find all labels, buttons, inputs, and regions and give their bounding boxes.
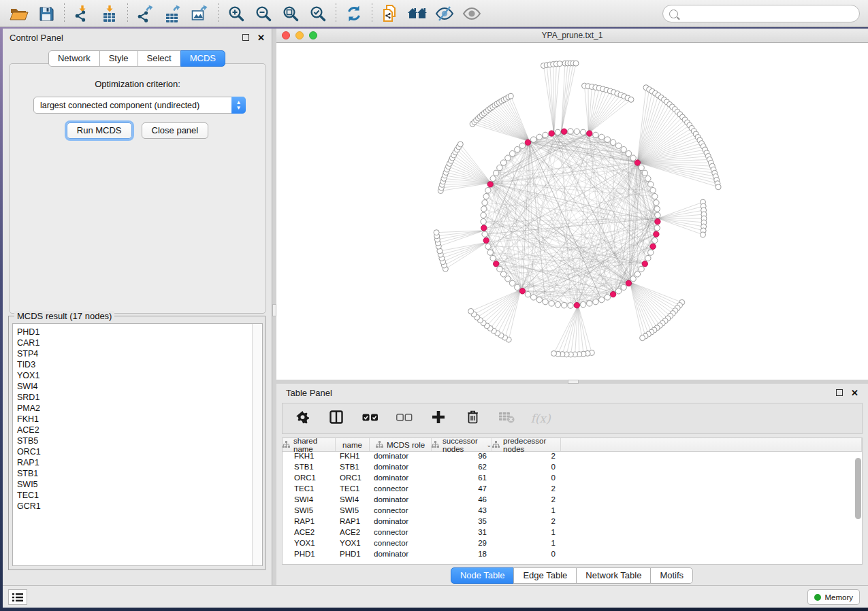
table-tab-network-table[interactable]: Network Table [576, 567, 651, 584]
export-table-button[interactable] [159, 2, 187, 25]
result-node[interactable]: PHD1 [17, 327, 262, 337]
box-pair-icon [396, 412, 413, 425]
result-scrollbar[interactable] [252, 324, 261, 565]
network-canvas[interactable] [276, 43, 868, 379]
node-table[interactable]: shared namenameMCDS rolesuccessor nodes⌄… [282, 437, 863, 565]
tab-select[interactable]: Select [138, 50, 181, 67]
import-table-button[interactable] [96, 2, 123, 25]
table-tab-motifs[interactable]: Motifs [650, 567, 693, 584]
table-row[interactable]: ACE2ACE2connector311 [283, 528, 862, 539]
table-row[interactable]: TEC1TEC1connector472 [283, 484, 862, 495]
zoom-in-button[interactable] [223, 2, 250, 25]
table-row[interactable]: SWI5SWI5connector431 [283, 506, 862, 517]
table-float-icon[interactable] [836, 389, 843, 396]
delete-column-button[interactable] [464, 410, 481, 427]
column-header-name[interactable]: name [336, 438, 370, 451]
table-tab-edge-table[interactable]: Edge Table [513, 567, 577, 584]
memory-button[interactable]: Memory [807, 589, 860, 605]
zoom-out-button[interactable] [250, 2, 277, 25]
table-row[interactable]: STB1STB1dominator620 [283, 463, 862, 474]
result-node[interactable]: YOX1 [17, 370, 262, 381]
show-columns-button[interactable] [327, 410, 345, 427]
cell-MCDS-role: dominator [370, 463, 432, 474]
cell-successor-nodes: 31 [432, 528, 492, 539]
list-icon [12, 593, 23, 602]
column-header-filler [561, 438, 862, 451]
table-row[interactable]: YOX1YOX1connector291 [283, 539, 862, 550]
close-panel-button[interactable]: Close panel [142, 122, 209, 139]
select-all-button[interactable] [361, 410, 379, 427]
network-titlebar[interactable]: YPA_prune.txt_1 [276, 29, 868, 43]
cell-predecessor-nodes: 0 [492, 474, 561, 484]
table-row[interactable]: PHD1PHD1dominator180 [283, 550, 862, 561]
import-network-button[interactable] [69, 2, 96, 25]
result-node[interactable]: SWI5 [17, 479, 262, 490]
column-header-predecessor-nodes[interactable]: predecessor nodes [492, 438, 561, 451]
column-label: predecessor nodes [503, 437, 560, 453]
result-node[interactable]: TID3 [17, 359, 262, 370]
tab-network[interactable]: Network [48, 50, 100, 67]
result-node[interactable]: CAR1 [17, 337, 262, 348]
zoom-fit-button[interactable] [277, 2, 304, 25]
result-node[interactable]: FKH1 [17, 414, 262, 425]
memory-label: Memory [824, 593, 853, 601]
result-node[interactable]: STP4 [17, 348, 262, 359]
mcds-result-list[interactable]: PHD1CAR1STP4TID3YOX1SWI4SRD1PMA2FKH1ACE2… [12, 323, 263, 566]
result-node[interactable]: TEC1 [17, 490, 262, 501]
show-graphics-details-button[interactable] [458, 2, 485, 25]
result-node[interactable]: SRD1 [17, 392, 262, 403]
table-options-button[interactable] [293, 410, 311, 427]
import-network-icon [74, 5, 91, 22]
tab-mcds[interactable]: MCDS [180, 50, 225, 67]
float-panel-icon[interactable] [242, 34, 249, 41]
status-bar: Memory [3, 585, 868, 608]
cell-predecessor-nodes: 2 [492, 517, 561, 528]
trash-icon [467, 410, 479, 427]
result-node[interactable]: STB1 [17, 468, 262, 479]
optimization-dropdown[interactable]: largest connected component (undirected)… [33, 97, 246, 114]
add-column-button[interactable] [430, 410, 447, 427]
result-node[interactable]: STB5 [17, 435, 262, 446]
search-field[interactable] [662, 5, 860, 22]
run-mcds-button[interactable]: Run MCDS [67, 122, 132, 139]
table-tab-node-table[interactable]: Node Table [451, 567, 515, 584]
result-node[interactable]: ORC1 [17, 446, 262, 457]
cell-name: ACE2 [336, 528, 370, 539]
cell-predecessor-nodes: 2 [492, 495, 561, 506]
table-row[interactable]: SWI4SWI4dominator462 [283, 495, 862, 506]
open-ndex-button[interactable] [404, 2, 431, 25]
result-node[interactable]: GCR1 [17, 501, 262, 512]
result-node[interactable]: SWI4 [17, 381, 262, 392]
hide-graphics-details-button[interactable] [431, 2, 458, 25]
deselect-all-button[interactable] [396, 410, 413, 427]
export-network-button[interactable] [132, 2, 159, 25]
column-header-MCDS-role[interactable]: MCDS role [370, 438, 432, 451]
table-close-icon[interactable]: ✕ [851, 388, 858, 398]
result-node[interactable]: PMA2 [17, 403, 262, 414]
toolbar-separator [372, 3, 372, 24]
table-scrollbar[interactable] [854, 455, 862, 561]
cell-shared-name: YOX1 [283, 539, 336, 550]
column-header-shared-name[interactable]: shared name [283, 438, 336, 451]
export-image-button[interactable] [187, 2, 214, 25]
cell-MCDS-role: connector [370, 528, 432, 539]
table-scrollbar-thumb[interactable] [855, 458, 861, 519]
task-history-button[interactable] [8, 589, 27, 605]
network-window: YPA_prune.txt_1 [276, 29, 868, 380]
plus-icon [432, 410, 445, 427]
apply-layout-button[interactable] [340, 2, 368, 25]
tab-style[interactable]: Style [99, 50, 138, 67]
table-row[interactable]: ORC1ORC1dominator610 [283, 474, 862, 484]
column-header-successor-nodes[interactable]: successor nodes⌄ [432, 438, 492, 451]
zoom-selected-button[interactable] [304, 2, 332, 25]
result-node[interactable]: ACE2 [17, 425, 262, 435]
network-graph[interactable] [276, 43, 868, 379]
result-node[interactable]: RAP1 [17, 457, 262, 468]
table-row[interactable]: RAP1RAP1dominator352 [283, 517, 862, 528]
open-file-button[interactable] [5, 2, 33, 25]
duplicate-network-button[interactable] [376, 2, 404, 25]
table-row[interactable]: FKH1FKH1dominator962 [283, 452, 862, 463]
save-session-button[interactable] [33, 2, 60, 25]
search-input[interactable] [681, 9, 859, 18]
close-panel-icon[interactable]: ✕ [257, 33, 265, 43]
